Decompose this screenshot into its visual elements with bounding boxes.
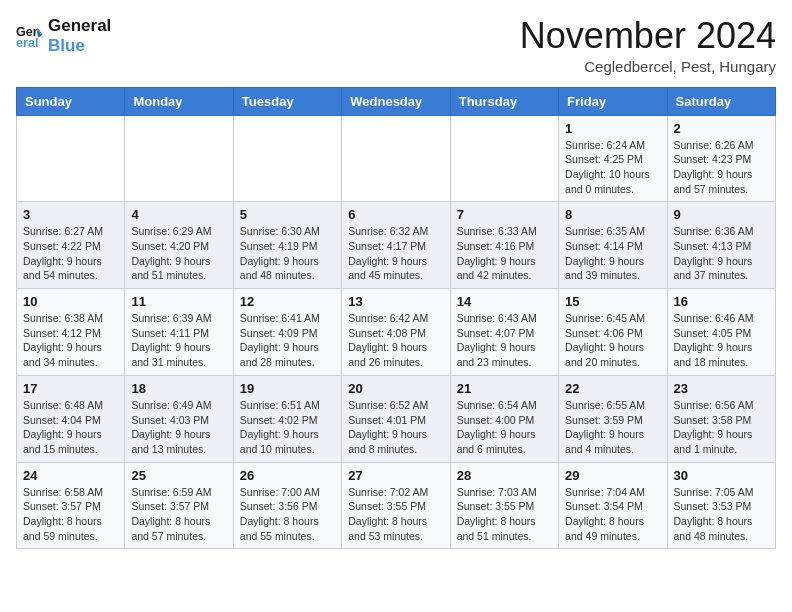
day-cell: 25Sunrise: 6:59 AM Sunset: 3:57 PM Dayli… <box>125 462 233 549</box>
day-number: 2 <box>674 121 769 136</box>
header-day-monday: Monday <box>125 87 233 115</box>
day-info: Sunrise: 6:54 AM Sunset: 4:00 PM Dayligh… <box>457 398 552 457</box>
day-number: 10 <box>23 294 118 309</box>
day-cell <box>450 115 558 202</box>
day-cell: 26Sunrise: 7:00 AM Sunset: 3:56 PM Dayli… <box>233 462 341 549</box>
day-number: 17 <box>23 381 118 396</box>
day-info: Sunrise: 6:51 AM Sunset: 4:02 PM Dayligh… <box>240 398 335 457</box>
day-number: 13 <box>348 294 443 309</box>
day-cell: 7Sunrise: 6:33 AM Sunset: 4:16 PM Daylig… <box>450 202 558 289</box>
day-number: 25 <box>131 468 226 483</box>
day-number: 24 <box>23 468 118 483</box>
day-number: 20 <box>348 381 443 396</box>
day-number: 22 <box>565 381 660 396</box>
day-cell: 17Sunrise: 6:48 AM Sunset: 4:04 PM Dayli… <box>17 375 125 462</box>
day-number: 19 <box>240 381 335 396</box>
day-cell: 27Sunrise: 7:02 AM Sunset: 3:55 PM Dayli… <box>342 462 450 549</box>
day-number: 9 <box>674 207 769 222</box>
day-info: Sunrise: 7:03 AM Sunset: 3:55 PM Dayligh… <box>457 485 552 544</box>
day-number: 21 <box>457 381 552 396</box>
day-number: 29 <box>565 468 660 483</box>
day-info: Sunrise: 6:42 AM Sunset: 4:08 PM Dayligh… <box>348 311 443 370</box>
day-cell: 9Sunrise: 6:36 AM Sunset: 4:13 PM Daylig… <box>667 202 775 289</box>
day-info: Sunrise: 6:24 AM Sunset: 4:25 PM Dayligh… <box>565 138 660 197</box>
header-day-wednesday: Wednesday <box>342 87 450 115</box>
day-cell: 13Sunrise: 6:42 AM Sunset: 4:08 PM Dayli… <box>342 289 450 376</box>
logo-icon: Gen eral <box>16 22 44 50</box>
header-row: SundayMondayTuesdayWednesdayThursdayFrid… <box>17 87 776 115</box>
header-day-friday: Friday <box>559 87 667 115</box>
day-info: Sunrise: 7:05 AM Sunset: 3:53 PM Dayligh… <box>674 485 769 544</box>
day-info: Sunrise: 6:46 AM Sunset: 4:05 PM Dayligh… <box>674 311 769 370</box>
day-cell: 23Sunrise: 6:56 AM Sunset: 3:58 PM Dayli… <box>667 375 775 462</box>
day-info: Sunrise: 7:02 AM Sunset: 3:55 PM Dayligh… <box>348 485 443 544</box>
day-number: 11 <box>131 294 226 309</box>
day-info: Sunrise: 6:29 AM Sunset: 4:20 PM Dayligh… <box>131 224 226 283</box>
page-header: Gen eral General Blue November 2024 Cegl… <box>16 16 776 75</box>
week-row-3: 17Sunrise: 6:48 AM Sunset: 4:04 PM Dayli… <box>17 375 776 462</box>
day-number: 7 <box>457 207 552 222</box>
day-cell: 6Sunrise: 6:32 AM Sunset: 4:17 PM Daylig… <box>342 202 450 289</box>
day-info: Sunrise: 6:30 AM Sunset: 4:19 PM Dayligh… <box>240 224 335 283</box>
day-cell <box>342 115 450 202</box>
day-cell: 19Sunrise: 6:51 AM Sunset: 4:02 PM Dayli… <box>233 375 341 462</box>
header-day-tuesday: Tuesday <box>233 87 341 115</box>
day-number: 3 <box>23 207 118 222</box>
logo-line2: Blue <box>48 36 111 56</box>
day-cell: 14Sunrise: 6:43 AM Sunset: 4:07 PM Dayli… <box>450 289 558 376</box>
day-cell: 30Sunrise: 7:05 AM Sunset: 3:53 PM Dayli… <box>667 462 775 549</box>
day-cell: 15Sunrise: 6:45 AM Sunset: 4:06 PM Dayli… <box>559 289 667 376</box>
day-number: 4 <box>131 207 226 222</box>
location: Cegledbercel, Pest, Hungary <box>520 58 776 75</box>
day-info: Sunrise: 6:26 AM Sunset: 4:23 PM Dayligh… <box>674 138 769 197</box>
day-number: 5 <box>240 207 335 222</box>
day-info: Sunrise: 7:04 AM Sunset: 3:54 PM Dayligh… <box>565 485 660 544</box>
day-number: 8 <box>565 207 660 222</box>
day-number: 16 <box>674 294 769 309</box>
day-number: 14 <box>457 294 552 309</box>
day-cell <box>233 115 341 202</box>
day-number: 27 <box>348 468 443 483</box>
day-number: 23 <box>674 381 769 396</box>
logo-line1: General <box>48 16 111 36</box>
week-row-1: 3Sunrise: 6:27 AM Sunset: 4:22 PM Daylig… <box>17 202 776 289</box>
day-number: 28 <box>457 468 552 483</box>
day-cell <box>125 115 233 202</box>
day-info: Sunrise: 6:48 AM Sunset: 4:04 PM Dayligh… <box>23 398 118 457</box>
day-number: 6 <box>348 207 443 222</box>
week-row-2: 10Sunrise: 6:38 AM Sunset: 4:12 PM Dayli… <box>17 289 776 376</box>
day-cell: 20Sunrise: 6:52 AM Sunset: 4:01 PM Dayli… <box>342 375 450 462</box>
day-cell <box>17 115 125 202</box>
day-info: Sunrise: 6:39 AM Sunset: 4:11 PM Dayligh… <box>131 311 226 370</box>
day-info: Sunrise: 6:45 AM Sunset: 4:06 PM Dayligh… <box>565 311 660 370</box>
day-cell: 3Sunrise: 6:27 AM Sunset: 4:22 PM Daylig… <box>17 202 125 289</box>
header-day-saturday: Saturday <box>667 87 775 115</box>
day-cell: 16Sunrise: 6:46 AM Sunset: 4:05 PM Dayli… <box>667 289 775 376</box>
day-cell: 2Sunrise: 6:26 AM Sunset: 4:23 PM Daylig… <box>667 115 775 202</box>
day-info: Sunrise: 6:56 AM Sunset: 3:58 PM Dayligh… <box>674 398 769 457</box>
day-cell: 18Sunrise: 6:49 AM Sunset: 4:03 PM Dayli… <box>125 375 233 462</box>
calendar-header: SundayMondayTuesdayWednesdayThursdayFrid… <box>17 87 776 115</box>
day-info: Sunrise: 6:49 AM Sunset: 4:03 PM Dayligh… <box>131 398 226 457</box>
day-info: Sunrise: 6:55 AM Sunset: 3:59 PM Dayligh… <box>565 398 660 457</box>
header-day-sunday: Sunday <box>17 87 125 115</box>
day-number: 18 <box>131 381 226 396</box>
day-cell: 8Sunrise: 6:35 AM Sunset: 4:14 PM Daylig… <box>559 202 667 289</box>
week-row-0: 1Sunrise: 6:24 AM Sunset: 4:25 PM Daylig… <box>17 115 776 202</box>
day-number: 12 <box>240 294 335 309</box>
week-row-4: 24Sunrise: 6:58 AM Sunset: 3:57 PM Dayli… <box>17 462 776 549</box>
day-cell: 29Sunrise: 7:04 AM Sunset: 3:54 PM Dayli… <box>559 462 667 549</box>
day-cell: 21Sunrise: 6:54 AM Sunset: 4:00 PM Dayli… <box>450 375 558 462</box>
day-info: Sunrise: 6:59 AM Sunset: 3:57 PM Dayligh… <box>131 485 226 544</box>
day-info: Sunrise: 6:58 AM Sunset: 3:57 PM Dayligh… <box>23 485 118 544</box>
day-cell: 28Sunrise: 7:03 AM Sunset: 3:55 PM Dayli… <box>450 462 558 549</box>
day-cell: 10Sunrise: 6:38 AM Sunset: 4:12 PM Dayli… <box>17 289 125 376</box>
day-info: Sunrise: 6:41 AM Sunset: 4:09 PM Dayligh… <box>240 311 335 370</box>
day-number: 30 <box>674 468 769 483</box>
calendar-body: 1Sunrise: 6:24 AM Sunset: 4:25 PM Daylig… <box>17 115 776 549</box>
day-cell: 1Sunrise: 6:24 AM Sunset: 4:25 PM Daylig… <box>559 115 667 202</box>
day-cell: 12Sunrise: 6:41 AM Sunset: 4:09 PM Dayli… <box>233 289 341 376</box>
day-info: Sunrise: 7:00 AM Sunset: 3:56 PM Dayligh… <box>240 485 335 544</box>
day-number: 1 <box>565 121 660 136</box>
svg-text:eral: eral <box>16 36 38 50</box>
